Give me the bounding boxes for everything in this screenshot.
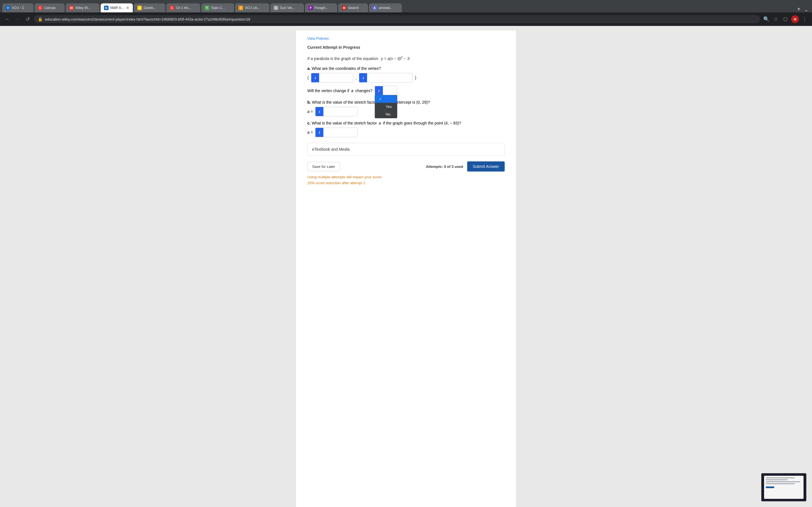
dropdown-option-no[interactable]: No. — [375, 110, 397, 118]
tab-topic[interactable]: TTopic C...✕ — [201, 3, 234, 12]
tab-favicon-paraph: P — [308, 6, 313, 10]
part-b-input[interactable] — [323, 107, 357, 116]
toolbar-icons: 🔍 ☆ ⬡ H ⋮ — [762, 15, 809, 23]
part-a-label: a. — [307, 66, 311, 71]
tab-gunvie[interactable]: GGun Vie...✕ — [270, 3, 304, 12]
part-b-input-wrapper: i — [315, 107, 357, 116]
tab-favicon-topic: T — [205, 6, 209, 10]
vertex-change-text: Will the vertex change if a changes? — [307, 89, 372, 93]
dropdown-option-blank[interactable]: ✓ — [375, 95, 397, 103]
profile-icon[interactable]: H — [791, 15, 799, 23]
tab-vculib[interactable]: VVCU Lib...✕ — [235, 3, 269, 12]
submit-button[interactable]: Submit Answer — [467, 161, 505, 172]
tab-wiley[interactable]: WWiley W...✕ — [66, 3, 99, 12]
vertex-change-dropdown-container: i ✓ Yes. — [375, 86, 397, 96]
thumbnail-inner — [764, 476, 804, 499]
tab-search[interactable]: MSearch✕ — [338, 3, 368, 12]
etextbook-label: eTextbook and Media — [312, 147, 350, 152]
tab-favicon-dashb: ★ — [137, 6, 142, 10]
vertex-y-info-button[interactable]: i — [359, 73, 367, 82]
forward-button[interactable]: → — [13, 15, 21, 23]
dropdown-info-button[interactable]: i — [375, 86, 383, 95]
lock-icon: 🔒 — [38, 17, 43, 21]
new-tab-button[interactable]: + — [795, 6, 803, 12]
tab-label-dashb: Dashb... — [144, 6, 156, 10]
tab-close-topic[interactable]: ✕ — [227, 6, 231, 10]
search-icon[interactable]: 🔍 — [762, 15, 770, 23]
question-intro: If a parabola is the graph of the equati… — [307, 56, 378, 61]
part-b-input-row: a = i — [307, 107, 505, 116]
current-attempt-header: Current Attempt in Progress — [307, 45, 505, 50]
part-c-label: c. — [307, 121, 311, 125]
dropdown-option-yes[interactable]: Yes. — [375, 103, 397, 110]
tab-label-nwp: NWP A... — [110, 6, 124, 10]
tab-favicon-search: M — [342, 6, 346, 10]
tab-favicon-ch1: C — [170, 6, 174, 10]
tab-label-ch1: Ch 1 Ho... — [176, 6, 191, 10]
vertex-change-dropdown[interactable]: i — [375, 86, 397, 96]
tab-label-vcu1: VCU - C — [12, 6, 24, 10]
tab-paraph[interactable]: PParaph...✕ — [305, 3, 338, 12]
question-text: If a parabola is the graph of the equati… — [307, 55, 505, 62]
tab-close-canvas[interactable]: ✕ — [58, 6, 61, 10]
vertex-y-input[interactable] — [367, 73, 412, 82]
equation-display: y = a(x − 8)2 − 3: — [381, 56, 410, 61]
vertex-y-input-wrapper: i — [359, 73, 412, 82]
thumb-button — [766, 487, 774, 488]
thumb-line-1 — [766, 477, 795, 478]
tab-label-wiley: Wiley W... — [75, 6, 90, 10]
tab-canvas[interactable]: CCanvas✕ — [35, 3, 65, 12]
tab-label-canvas: Canvas — [44, 6, 56, 10]
part-a-question-text: a. What are the coordinates of the verte… — [307, 66, 505, 71]
attempts-display: Attempts: 0 of 3 used — [426, 165, 463, 169]
dropdown-selected-value[interactable] — [383, 86, 397, 95]
a-equals-c: a = — [307, 130, 313, 135]
tab-close-wiley[interactable]: ✕ — [93, 6, 96, 10]
tab-close-gunvie[interactable]: ✕ — [297, 6, 301, 10]
tab-close-ch1[interactable]: ✕ — [193, 6, 197, 10]
page-content: View Policies Current Attempt in Progres… — [296, 31, 516, 507]
tab-annot[interactable]: Aannotat...✕ — [369, 3, 402, 12]
part-b-question-text: b. What is the value of the stretch fact… — [307, 100, 505, 105]
tab-close-dashb[interactable]: ✕ — [158, 6, 162, 10]
menu-icon[interactable]: ⋮ — [801, 15, 809, 23]
part-c-section: c. What is the value of the stretch fact… — [307, 121, 505, 137]
tab-favicon-vcu1: V — [6, 6, 10, 10]
refresh-button[interactable]: ↺ — [24, 15, 32, 23]
part-c-question-text: c. What is the value of the stretch fact… — [307, 121, 505, 125]
save-later-button[interactable]: Save for Later — [307, 162, 340, 171]
tab-label-search: Search — [348, 6, 359, 10]
bookmark-icon[interactable]: ☆ — [772, 15, 780, 23]
tab-vcu1[interactable]: VVCU - C✕ — [2, 3, 34, 12]
tab-overflow-button[interactable]: ⌄ — [803, 7, 810, 12]
tab-close-paraph[interactable]: ✕ — [331, 6, 334, 10]
vertex-change-row: Will the vertex change if a changes? i — [307, 86, 505, 96]
tab-close-annot[interactable]: ✕ — [395, 6, 398, 10]
tab-nwp[interactable]: NNWP A...✕ — [101, 3, 133, 12]
tab-close-nwp[interactable]: ✕ — [126, 6, 130, 10]
warning-line1: Using multiple attempts will impact your… — [307, 174, 505, 180]
vertex-x-input-wrapper: i — [311, 73, 353, 82]
vertex-x-input[interactable] — [319, 73, 353, 82]
tab-favicon-annot: A — [372, 6, 377, 10]
part-c-info-button[interactable]: i — [315, 128, 323, 137]
thumbnail-overlay — [761, 473, 806, 501]
tab-ch1[interactable]: CCh 1 Ho...✕ — [166, 3, 200, 12]
a-equals-b: a = — [307, 109, 313, 114]
tab-close-vculib[interactable]: ✕ — [262, 6, 266, 10]
part-b-info-button[interactable]: i — [315, 107, 323, 116]
part-c-input[interactable] — [323, 128, 357, 137]
view-policies-link[interactable]: View Policies — [307, 36, 329, 41]
tab-close-search[interactable]: ✕ — [361, 6, 364, 10]
vertex-var: a — [351, 89, 354, 93]
tab-dashb[interactable]: ★Dashb...✕ — [134, 3, 165, 12]
avatar: H — [791, 15, 799, 23]
vertex-x-info-button[interactable]: i — [311, 73, 319, 82]
tab-close-vcu1[interactable]: ✕ — [27, 6, 30, 10]
browser-chrome: VVCU - C✕CCanvas✕WWiley W...✕NNWP A...✕★… — [0, 0, 812, 26]
url-bar[interactable]: 🔒 education.wiley.com/was/ui/v2/assessme… — [34, 15, 760, 23]
tab-favicon-canvas: C — [38, 6, 43, 10]
back-button[interactable]: ← — [3, 15, 11, 23]
extension-icon[interactable]: ⬡ — [781, 15, 790, 23]
url-text: education.wiley.com/was/ui/v2/assessment… — [45, 17, 756, 21]
